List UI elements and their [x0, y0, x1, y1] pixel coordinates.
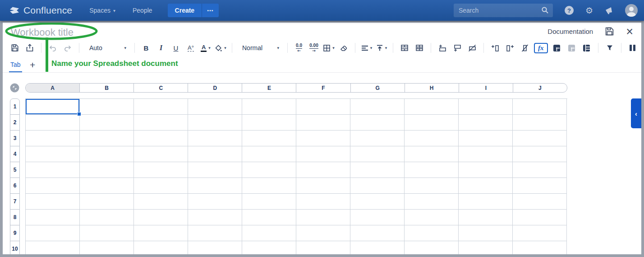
cell-F2[interactable] — [296, 115, 350, 131]
cell-H6[interactable] — [405, 178, 459, 194]
row-header-10[interactable]: 10 — [10, 241, 19, 254]
row-header-8[interactable]: 8 — [10, 210, 19, 225]
cell-B2[interactable] — [80, 115, 134, 131]
cell-C5[interactable] — [134, 162, 188, 178]
more-menu-button[interactable]: ••• — [202, 4, 219, 17]
cell-E8[interactable] — [242, 210, 296, 225]
column-header-J[interactable]: J — [513, 84, 567, 92]
cell-A4[interactable] — [26, 146, 80, 162]
add-sheet-tab-button[interactable]: + — [30, 60, 35, 70]
cell-I9[interactable] — [459, 225, 513, 241]
cell-J1[interactable] — [513, 99, 567, 115]
cell-D5[interactable] — [188, 162, 242, 178]
font-dropdown[interactable]: Auto ▾ — [85, 42, 129, 54]
cell-A6[interactable] — [26, 178, 80, 194]
insert-row-below-button[interactable] — [451, 42, 463, 54]
toggle-side-panel-button[interactable] — [627, 42, 639, 54]
cell-J3[interactable] — [513, 131, 567, 146]
cell-I5[interactable] — [459, 162, 513, 178]
cell-B6[interactable] — [80, 178, 134, 194]
increase-decimal-button[interactable]: 0.00 → — [308, 42, 320, 54]
cell-B7[interactable] — [80, 194, 134, 210]
redo-button[interactable] — [62, 42, 74, 54]
column-header-E[interactable]: E — [242, 84, 296, 92]
cell-E9[interactable] — [242, 225, 296, 241]
cell-J4[interactable] — [513, 146, 567, 162]
row-header-7[interactable]: 7 — [10, 194, 19, 210]
sheet-tab-active[interactable]: Tab — [9, 61, 22, 73]
cell-I1[interactable] — [459, 99, 513, 115]
cell-I8[interactable] — [459, 210, 513, 225]
cell-I6[interactable] — [459, 178, 513, 194]
cell-A1[interactable] — [26, 99, 80, 115]
cell-F1[interactable] — [296, 99, 350, 115]
cell-B4[interactable] — [80, 146, 134, 162]
merge-cells-button[interactable] — [399, 42, 410, 54]
cell-J6[interactable] — [513, 178, 567, 194]
clear-formatting-button[interactable] — [338, 42, 350, 54]
column-header-I[interactable]: I — [459, 84, 513, 92]
cell-D9[interactable] — [188, 225, 242, 241]
column-header-H[interactable]: H — [405, 84, 459, 92]
cell-E2[interactable] — [242, 115, 296, 131]
cell-G6[interactable] — [350, 178, 405, 194]
delete-row-button[interactable] — [466, 42, 478, 54]
cell-B10[interactable] — [80, 241, 134, 254]
freeze-columns-button[interactable] — [566, 42, 578, 54]
cell-I10[interactable] — [459, 241, 513, 254]
cell-H7[interactable] — [405, 194, 459, 210]
cell-D3[interactable] — [188, 131, 242, 146]
row-header-6[interactable]: 6 — [10, 178, 19, 194]
cell-A9[interactable] — [26, 225, 80, 241]
cell-E5[interactable] — [242, 162, 296, 178]
cell-E1[interactable] — [242, 99, 296, 115]
bold-button[interactable]: B — [140, 42, 152, 54]
cell-I3[interactable] — [459, 131, 513, 146]
cell-H9[interactable] — [405, 225, 459, 241]
cell-J10[interactable] — [513, 241, 567, 254]
formula-button[interactable]: fx — [534, 43, 548, 53]
column-header-B[interactable]: B — [80, 84, 134, 92]
freeze-rows-button[interactable] — [581, 42, 593, 54]
nav-spaces[interactable]: Spaces ▾ — [89, 7, 115, 14]
cell-H1[interactable] — [405, 99, 459, 115]
fill-color-button[interactable]: ▾ — [215, 42, 226, 54]
cell-E3[interactable] — [242, 131, 296, 146]
search-input[interactable] — [454, 4, 553, 17]
documentation-link[interactable]: Documentation — [547, 28, 593, 35]
save-button[interactable] — [9, 42, 21, 54]
insert-column-right-button[interactable] — [504, 42, 516, 54]
cell-D1[interactable] — [188, 99, 242, 115]
cell-C7[interactable] — [134, 194, 188, 210]
italic-button[interactable]: I — [155, 42, 167, 54]
cell-F4[interactable] — [296, 146, 350, 162]
cell-D2[interactable] — [188, 115, 242, 131]
cell-H4[interactable] — [405, 146, 459, 162]
cell-E10[interactable] — [242, 241, 296, 254]
cell-B3[interactable] — [80, 131, 134, 146]
cell-G3[interactable] — [350, 131, 405, 146]
cell-C6[interactable] — [134, 178, 188, 194]
cell-A7[interactable] — [26, 194, 80, 210]
cell-G4[interactable] — [350, 146, 405, 162]
cell-H3[interactable] — [405, 131, 459, 146]
cell-I2[interactable] — [459, 115, 513, 131]
vertical-align-button[interactable]: ▾ — [376, 42, 387, 54]
row-header-2[interactable]: 2 — [10, 115, 19, 131]
cell-D7[interactable] — [188, 194, 242, 210]
unmerge-cells-button[interactable] — [414, 42, 425, 54]
borders-button[interactable]: ▾ — [323, 42, 335, 54]
save-workbook-button[interactable] — [605, 27, 614, 36]
cell-F6[interactable] — [296, 178, 350, 194]
cell-A10[interactable] — [26, 241, 80, 254]
cell-B5[interactable] — [80, 162, 134, 178]
create-button[interactable]: Create — [168, 4, 202, 17]
insert-row-above-button[interactable] — [437, 42, 448, 54]
style-dropdown[interactable]: Normal ▾ — [238, 42, 282, 54]
cell-H8[interactable] — [405, 210, 459, 225]
row-header-1[interactable]: 1 — [10, 99, 19, 115]
cell-A3[interactable] — [26, 131, 80, 146]
cell-G9[interactable] — [350, 225, 405, 241]
cell-D6[interactable] — [188, 178, 242, 194]
column-header-C[interactable]: C — [134, 84, 188, 92]
